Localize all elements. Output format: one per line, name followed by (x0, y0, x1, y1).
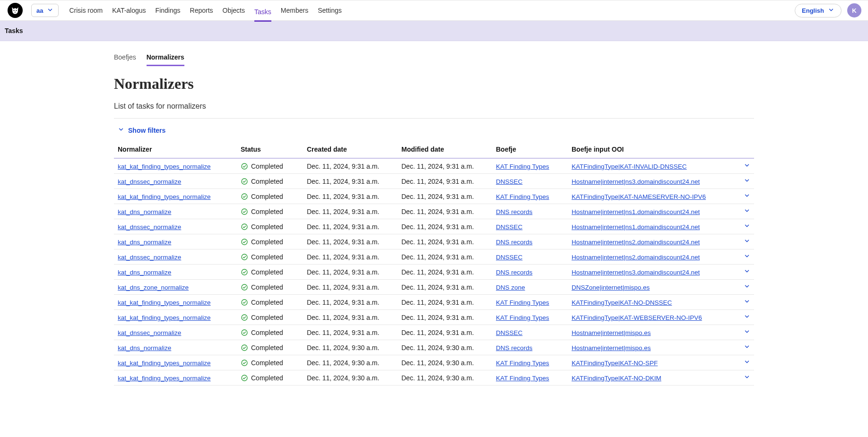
tab-normalizers[interactable]: Normalizers (147, 53, 184, 66)
expand-row-toggle[interactable] (744, 162, 750, 169)
org-selector[interactable]: aa (31, 4, 59, 17)
expand-row-toggle[interactable] (744, 192, 750, 199)
normalizer-link[interactable]: kat_kat_finding_types_normalize (118, 299, 211, 306)
nav-link-reports[interactable]: Reports (190, 4, 213, 17)
boefje-link[interactable]: DNS records (496, 344, 532, 351)
ooi-link[interactable]: KATFindingType|KAT-WEBSERVER-NO-IPV6 (572, 314, 702, 321)
normalizer-link[interactable]: kat_dns_normalize (118, 344, 171, 351)
nav-link-members[interactable]: Members (281, 4, 308, 17)
boefje-link[interactable]: DNSSEC (496, 329, 522, 336)
main-content: BoefjesNormalizers Normalizers List of t… (110, 41, 758, 404)
expand-row-toggle[interactable] (744, 359, 750, 365)
boefje-link[interactable]: DNS records (496, 269, 532, 276)
svg-point-5 (242, 209, 247, 214)
ooi-link[interactable]: KATFindingType|KAT-NO-DNSSEC (572, 299, 672, 306)
normalizer-link[interactable]: kat_kat_finding_types_normalize (118, 375, 211, 382)
ooi-link[interactable]: Hostname|internet|ns1.domaindiscount24.n… (572, 208, 700, 215)
boefje-link[interactable]: KAT Finding Types (496, 360, 549, 367)
ooi-link[interactable]: Hostname|internet|ns1.domaindiscount24.n… (572, 223, 700, 231)
avatar[interactable]: K (847, 3, 861, 17)
show-filters-toggle[interactable]: Show filters (114, 122, 754, 141)
normalizer-link[interactable]: kat_dnssec_normalize (118, 329, 181, 336)
normalizer-link[interactable]: kat_kat_finding_types_normalize (118, 163, 211, 170)
ooi-link[interactable]: KATFindingType|KAT-NO-DKIM (572, 375, 661, 382)
modified-date: Dec. 11, 2024, 9:30 a.m. (398, 370, 492, 386)
normalizer-link[interactable]: kat_kat_finding_types_normalize (118, 193, 211, 200)
expand-row-toggle[interactable] (744, 374, 750, 380)
language-selector[interactable]: English (795, 4, 842, 17)
status-text: Completed (251, 283, 283, 291)
normalizer-link[interactable]: kat_dns_normalize (118, 208, 171, 215)
ooi-link[interactable]: Hostname|internet|ns3.domaindiscount24.n… (572, 178, 700, 185)
status-text: Completed (251, 314, 283, 321)
breadcrumb-band: Tasks (0, 21, 868, 41)
boefje-link[interactable]: KAT Finding Types (496, 314, 549, 321)
expand-row-toggle[interactable] (744, 268, 750, 274)
boefje-link[interactable]: KAT Finding Types (496, 299, 549, 306)
status-text: Completed (251, 268, 283, 276)
expand-row-toggle[interactable] (744, 253, 750, 259)
normalizer-link[interactable]: kat_dns_normalize (118, 269, 171, 276)
status-text: Completed (251, 329, 283, 336)
ooi-link[interactable]: Hostname|internet|mispo.es (572, 329, 651, 336)
nav-link-findings[interactable]: Findings (156, 4, 181, 17)
ooi-link[interactable]: KATFindingType|KAT-NAMESERVER-NO-IPV6 (572, 193, 706, 200)
status-cell: Completed (241, 329, 299, 336)
status-text: Completed (251, 193, 283, 200)
status-cell: Completed (241, 223, 299, 231)
ooi-link[interactable]: Hostname|internet|ns2.domaindiscount24.n… (572, 239, 700, 246)
logo[interactable] (8, 3, 23, 18)
boefje-link[interactable]: DNS zone (496, 284, 525, 291)
created-date: Dec. 11, 2024, 9:30 a.m. (303, 340, 398, 355)
status-cell: Completed (241, 238, 299, 246)
svg-point-15 (242, 360, 247, 366)
nav-link-objects[interactable]: Objects (223, 4, 245, 17)
tab-boefjes[interactable]: Boefjes (114, 53, 136, 66)
boefje-link[interactable]: DNSSEC (496, 223, 522, 231)
svg-point-16 (242, 375, 247, 381)
ooi-link[interactable]: DNSZone|internet|mispo.es (572, 284, 650, 291)
expand-row-toggle[interactable] (744, 313, 750, 320)
normalizer-link[interactable]: kat_kat_finding_types_normalize (118, 360, 211, 367)
ooi-link[interactable]: KATFindingType|KAT-NO-SPF (572, 360, 658, 367)
ooi-link[interactable]: Hostname|internet|ns3.domaindiscount24.n… (572, 269, 700, 276)
normalizer-link[interactable]: kat_dnssec_normalize (118, 223, 181, 231)
expand-row-toggle[interactable] (744, 298, 750, 305)
normalizer-link[interactable]: kat_dns_zone_normalize (118, 284, 189, 291)
expand-row-toggle[interactable] (744, 223, 750, 229)
ooi-link[interactable]: KATFindingType|KAT-INVALID-DNSSEC (572, 163, 687, 170)
nav-link-crisis-room[interactable]: Crisis room (69, 4, 103, 17)
check-circle-icon (241, 238, 248, 246)
nav-link-tasks[interactable]: Tasks (254, 5, 271, 22)
boefje-link[interactable]: DNSSEC (496, 254, 522, 261)
expand-row-toggle[interactable] (744, 283, 750, 290)
svg-point-7 (242, 239, 247, 245)
svg-point-14 (242, 345, 247, 351)
expand-row-toggle[interactable] (744, 177, 750, 184)
boefje-link[interactable]: KAT Finding Types (496, 375, 549, 382)
boefje-link[interactable]: KAT Finding Types (496, 193, 549, 200)
normalizer-link[interactable]: kat_dnssec_normalize (118, 178, 181, 185)
expand-row-toggle[interactable] (744, 207, 750, 214)
ooi-link[interactable]: Hostname|internet|mispo.es (572, 344, 651, 351)
boefje-link[interactable]: DNS records (496, 208, 532, 215)
boefje-link[interactable]: KAT Finding Types (496, 163, 549, 170)
expand-row-toggle[interactable] (744, 238, 750, 244)
boefje-link[interactable]: DNSSEC (496, 178, 522, 185)
expand-row-toggle[interactable] (744, 343, 750, 350)
normalizer-link[interactable]: kat_dns_normalize (118, 239, 171, 246)
expand-row-toggle[interactable] (744, 328, 750, 335)
nav-link-settings[interactable]: Settings (318, 4, 342, 17)
status-cell: Completed (241, 193, 299, 200)
modified-date: Dec. 11, 2024, 9:31 a.m. (398, 265, 492, 280)
modified-date: Dec. 11, 2024, 9:31 a.m. (398, 158, 492, 174)
ooi-link[interactable]: Hostname|internet|ns2.domaindiscount24.n… (572, 254, 700, 261)
table-row: kat_kat_finding_types_normalizeCompleted… (114, 189, 754, 204)
normalizer-link[interactable]: kat_kat_finding_types_normalize (118, 314, 211, 321)
nav-link-kat-alogus[interactable]: KAT-alogus (112, 4, 146, 17)
boefje-link[interactable]: DNS records (496, 239, 532, 246)
modified-date: Dec. 11, 2024, 9:31 a.m. (398, 325, 492, 340)
status-text: Completed (251, 374, 283, 382)
normalizer-link[interactable]: kat_dnssec_normalize (118, 254, 181, 261)
status-cell: Completed (241, 283, 299, 291)
